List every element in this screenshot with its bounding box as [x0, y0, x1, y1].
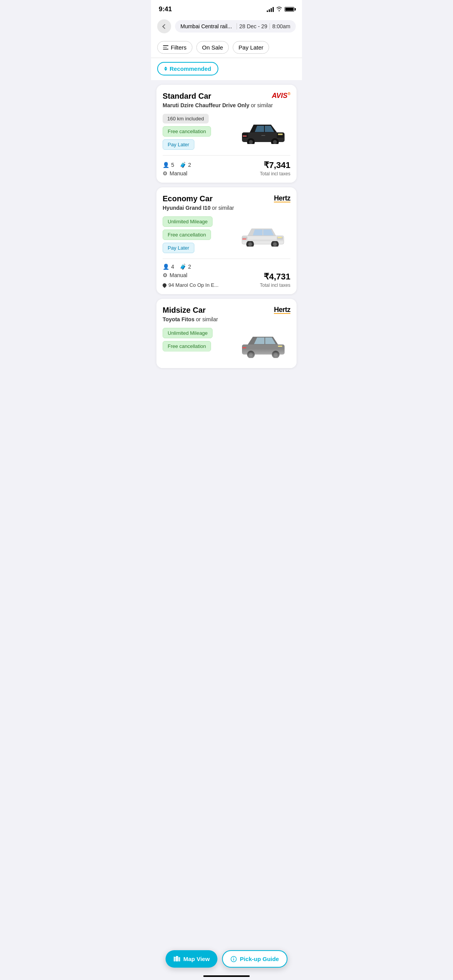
pay-later-label: Pay Later — [239, 44, 263, 51]
car-body-midsize: Unlimited Mileage Free cancellation — [163, 328, 290, 359]
spec-row-transmission: ⚙ Manual — [163, 170, 191, 176]
car-illustration-midsize — [238, 329, 288, 358]
tag-mileage-midsize: Unlimited Mileage — [163, 328, 213, 338]
recommended-label: Recommended — [170, 65, 211, 72]
passenger-count: 👤 5 — [163, 162, 174, 168]
svg-point-8 — [273, 140, 277, 144]
brand-logo-hertz-midsize: Hertz — [274, 306, 290, 314]
transmission-economy: ⚙ Manual — [163, 272, 187, 278]
card-footer-economy: 👤 4 🧳 2 ⚙ Manual 94 Marol — [163, 264, 290, 288]
location-row: 94 Marol Co Op In E... — [163, 282, 218, 288]
car-image-midsize — [236, 328, 290, 359]
search-divider — [237, 23, 237, 29]
car-tags-midsize: Unlimited Mileage Free cancellation — [163, 328, 236, 351]
price-label-economy: Total incl taxes — [260, 283, 290, 288]
car-specs: 👤 5 🧳 2 ⚙ Manual — [163, 162, 191, 176]
car-list: Standard Car AVIS® Maruti Dzire Chauffeu… — [151, 80, 302, 373]
svg-rect-4 — [243, 135, 247, 137]
spec-row-capacity-economy: 👤 4 🧳 2 — [163, 264, 218, 270]
card-header: Standard Car AVIS® — [163, 92, 290, 101]
car-card-standard[interactable]: Standard Car AVIS® Maruti Dzire Chauffeu… — [156, 85, 297, 183]
luggage-count: 🧳 2 — [180, 162, 191, 168]
search-dates: 28 Dec - 29 — [239, 23, 267, 29]
luggage-icon: 🧳 — [180, 162, 186, 168]
car-image — [236, 114, 290, 145]
svg-rect-9 — [261, 135, 265, 136]
svg-point-26 — [249, 353, 253, 356]
pay-later-button[interactable]: Pay Later — [233, 41, 269, 54]
card-header-midsize: Midsize Car Hertz — [163, 306, 290, 315]
svg-rect-2 — [278, 134, 283, 135]
car-type-economy: Economy Car — [163, 194, 213, 203]
svg-point-6 — [249, 140, 253, 144]
svg-point-16 — [248, 242, 252, 246]
sort-arrows-icon — [164, 67, 167, 71]
search-location: Mumbai Central rail... — [180, 23, 234, 29]
tag-cancellation: Free cancellation — [163, 126, 211, 137]
filter-bar: Filters On Sale Pay Later — [151, 38, 302, 58]
svg-point-18 — [273, 242, 277, 246]
car-price-economy: ₹4,731 Total incl taxes — [260, 272, 290, 288]
location-pin-icon — [162, 282, 167, 288]
car-body-economy: Unlimited Mileage Free cancellation Pay … — [163, 216, 290, 253]
car-card-midsize[interactable]: Midsize Car Hertz Toyota Fitos or simila… — [156, 299, 297, 368]
car-tags-economy: Unlimited Mileage Free cancellation Pay … — [163, 216, 236, 253]
back-button[interactable] — [157, 19, 171, 33]
car-image-economy — [236, 216, 290, 247]
brand-logo-avis: AVIS® — [272, 92, 290, 100]
tag-mileage-economy: Unlimited Mileage — [163, 216, 213, 227]
person-icon: 👤 — [163, 162, 169, 168]
recommended-sort-button[interactable]: Recommended — [157, 62, 218, 75]
card-header-economy: Economy Car Hertz — [163, 194, 290, 203]
tag-km: 160 km included — [163, 114, 209, 123]
car-type: Standard Car — [163, 92, 211, 101]
battery-icon — [285, 7, 294, 12]
filters-button[interactable]: Filters — [157, 41, 192, 54]
status-time: 9:41 — [159, 5, 172, 13]
price-label: Total incl taxes — [260, 171, 290, 176]
passenger-count-economy: 👤 4 — [163, 264, 174, 270]
car-illustration-economy — [238, 218, 288, 247]
car-tags: 160 km included Free cancellation Pay La… — [163, 114, 236, 150]
filters-label: Filters — [171, 44, 187, 51]
filter-icon — [163, 45, 168, 50]
price-amount: ₹7,341 — [260, 160, 290, 170]
search-bar: Mumbai Central rail... 28 Dec - 29 8:00a… — [151, 16, 302, 38]
svg-rect-22 — [278, 346, 282, 347]
transmission-icon-economy: ⚙ — [163, 272, 168, 278]
search-time: 8:00am — [272, 23, 290, 29]
card-footer: 👤 5 🧳 2 ⚙ Manual ₹7,341 To — [163, 160, 290, 176]
status-bar: 9:41 — [151, 0, 302, 16]
svg-rect-19 — [242, 240, 284, 241]
wifi-icon — [276, 6, 282, 12]
signal-icon — [267, 7, 274, 12]
svg-rect-24 — [242, 347, 246, 348]
sort-bar: Recommended — [151, 58, 302, 80]
transmission-type: ⚙ Manual — [163, 170, 187, 176]
car-price: ₹7,341 Total incl taxes — [260, 160, 290, 176]
car-model-midsize: Toyota Fitos or similar — [163, 316, 290, 322]
card-divider-economy — [163, 259, 290, 259]
brand-logo-hertz: Hertz — [274, 194, 290, 202]
transmission-icon: ⚙ — [163, 170, 168, 176]
car-type-midsize: Midsize Car — [163, 306, 206, 315]
luggage-count-economy: 🧳 2 — [180, 264, 191, 270]
car-model: Maruti Dzire Chauffeur Drive Only or sim… — [163, 102, 290, 108]
on-sale-button[interactable]: On Sale — [196, 41, 229, 54]
car-card-economy[interactable]: Economy Car Hertz Hyundai Grand I10 or s… — [156, 187, 297, 294]
tag-cancellation-economy: Free cancellation — [163, 230, 211, 240]
spec-row-transmission-economy: ⚙ Manual — [163, 272, 218, 278]
svg-point-28 — [274, 353, 278, 356]
status-icons — [267, 6, 294, 12]
tag-cancellation-midsize: Free cancellation — [163, 341, 211, 351]
svg-rect-12 — [278, 237, 282, 238]
back-chevron-icon — [162, 24, 167, 29]
tag-pay-later: Pay Later — [163, 139, 194, 150]
car-illustration-standard — [238, 115, 288, 144]
car-model-economy: Hyundai Grand I10 or similar — [163, 205, 290, 211]
search-divider-2 — [269, 23, 270, 29]
tag-pay-later-economy: Pay Later — [163, 243, 194, 253]
card-divider — [163, 155, 290, 156]
search-pills[interactable]: Mumbai Central rail... 28 Dec - 29 8:00a… — [175, 20, 296, 33]
price-amount-economy: ₹4,731 — [260, 272, 290, 282]
